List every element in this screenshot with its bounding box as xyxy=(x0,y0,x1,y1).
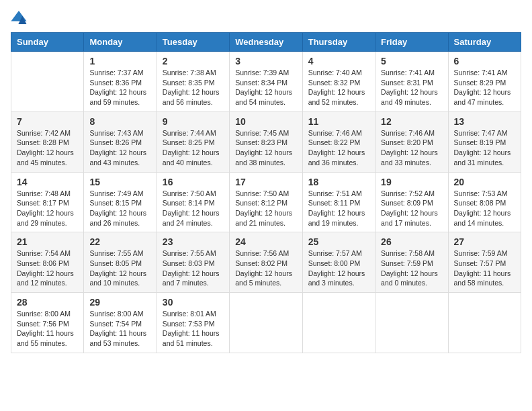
calendar-cell: 12Sunrise: 7:46 AMSunset: 8:20 PMDayligh… xyxy=(375,111,448,172)
day-info: Sunrise: 7:51 AMSunset: 8:11 PMDaylight:… xyxy=(308,189,369,228)
day-number: 5 xyxy=(381,56,442,66)
day-number: 19 xyxy=(381,177,442,187)
calendar-cell: 9Sunrise: 7:44 AMSunset: 8:25 PMDaylight… xyxy=(157,111,229,172)
day-number: 17 xyxy=(235,177,296,187)
calendar-cell: 3Sunrise: 7:39 AMSunset: 8:34 PMDaylight… xyxy=(230,52,302,112)
page-header xyxy=(11,11,521,24)
day-info: Sunrise: 7:54 AMSunset: 8:06 PMDaylight:… xyxy=(17,248,78,288)
day-info: Sunrise: 7:42 AMSunset: 8:28 PMDaylight:… xyxy=(17,128,78,168)
calendar-cell xyxy=(375,293,448,353)
calendar-cell: 29Sunrise: 8:00 AMSunset: 7:54 PMDayligh… xyxy=(84,293,157,353)
calendar-cell: 22Sunrise: 7:55 AMSunset: 8:05 PMDayligh… xyxy=(84,232,157,293)
calendar-cell: 21Sunrise: 7:54 AMSunset: 8:06 PMDayligh… xyxy=(11,232,84,293)
calendar-cell: 15Sunrise: 7:49 AMSunset: 8:15 PMDayligh… xyxy=(84,172,157,232)
calendar-cell xyxy=(230,293,302,353)
day-number: 15 xyxy=(89,177,150,187)
day-number: 12 xyxy=(381,116,442,127)
calendar-cell: 27Sunrise: 7:59 AMSunset: 7:57 PMDayligh… xyxy=(448,232,521,293)
col-header-wednesday: Wednesday xyxy=(230,33,302,52)
day-info: Sunrise: 7:37 AMSunset: 8:36 PMDaylight:… xyxy=(89,68,150,107)
calendar-table: SundayMondayTuesdayWednesdayThursdayFrid… xyxy=(11,32,521,353)
calendar-cell: 17Sunrise: 7:50 AMSunset: 8:12 PMDayligh… xyxy=(230,172,302,232)
calendar-cell: 20Sunrise: 7:53 AMSunset: 8:08 PMDayligh… xyxy=(448,172,521,232)
col-header-monday: Monday xyxy=(84,33,157,52)
logo xyxy=(11,11,30,24)
calendar-week-row: 28Sunrise: 8:00 AMSunset: 7:56 PMDayligh… xyxy=(11,293,521,353)
day-number: 11 xyxy=(308,116,369,127)
calendar-cell: 6Sunrise: 7:41 AMSunset: 8:29 PMDaylight… xyxy=(448,52,521,112)
calendar-cell: 11Sunrise: 7:46 AMSunset: 8:22 PMDayligh… xyxy=(302,111,375,172)
day-number: 20 xyxy=(454,177,515,187)
calendar-cell: 7Sunrise: 7:42 AMSunset: 8:28 PMDaylight… xyxy=(11,111,84,172)
calendar-cell xyxy=(11,52,84,112)
day-info: Sunrise: 7:50 AMSunset: 8:14 PMDaylight:… xyxy=(163,189,224,228)
day-number: 23 xyxy=(163,236,224,247)
calendar-cell: 18Sunrise: 7:51 AMSunset: 8:11 PMDayligh… xyxy=(302,172,375,232)
calendar-cell: 4Sunrise: 7:40 AMSunset: 8:32 PMDaylight… xyxy=(302,52,375,112)
day-info: Sunrise: 8:00 AMSunset: 7:56 PMDaylight:… xyxy=(17,309,78,349)
calendar-cell: 13Sunrise: 7:47 AMSunset: 8:19 PMDayligh… xyxy=(448,111,521,172)
calendar-cell xyxy=(448,293,521,353)
day-number: 27 xyxy=(454,236,515,247)
calendar-cell: 1Sunrise: 7:37 AMSunset: 8:36 PMDaylight… xyxy=(84,52,157,112)
day-number: 13 xyxy=(454,116,515,127)
calendar-cell: 26Sunrise: 7:58 AMSunset: 7:59 PMDayligh… xyxy=(375,232,448,293)
calendar-cell: 8Sunrise: 7:43 AMSunset: 8:26 PMDaylight… xyxy=(84,111,157,172)
calendar-week-row: 21Sunrise: 7:54 AMSunset: 8:06 PMDayligh… xyxy=(11,232,521,293)
col-header-sunday: Sunday xyxy=(11,33,84,52)
day-number: 16 xyxy=(163,177,224,187)
day-info: Sunrise: 7:47 AMSunset: 8:19 PMDaylight:… xyxy=(454,128,515,168)
calendar-week-row: 7Sunrise: 7:42 AMSunset: 8:28 PMDaylight… xyxy=(11,111,521,172)
day-info: Sunrise: 7:41 AMSunset: 8:31 PMDaylight:… xyxy=(381,68,442,107)
day-number: 4 xyxy=(308,56,369,66)
logo-icon xyxy=(11,11,27,24)
col-header-thursday: Thursday xyxy=(302,33,375,52)
day-info: Sunrise: 7:49 AMSunset: 8:15 PMDaylight:… xyxy=(89,189,150,228)
day-number: 2 xyxy=(163,56,224,66)
day-number: 14 xyxy=(17,177,78,187)
day-info: Sunrise: 7:43 AMSunset: 8:26 PMDaylight:… xyxy=(89,128,150,168)
calendar-header-row: SundayMondayTuesdayWednesdayThursdayFrid… xyxy=(11,33,521,52)
day-number: 7 xyxy=(17,116,78,127)
day-number: 18 xyxy=(308,177,369,187)
day-info: Sunrise: 7:48 AMSunset: 8:17 PMDaylight:… xyxy=(17,189,78,228)
day-number: 29 xyxy=(89,297,150,308)
day-info: Sunrise: 7:52 AMSunset: 8:09 PMDaylight:… xyxy=(381,189,442,228)
day-info: Sunrise: 7:46 AMSunset: 8:20 PMDaylight:… xyxy=(381,128,442,168)
day-info: Sunrise: 7:41 AMSunset: 8:29 PMDaylight:… xyxy=(454,68,515,107)
calendar-cell: 10Sunrise: 7:45 AMSunset: 8:23 PMDayligh… xyxy=(230,111,302,172)
day-info: Sunrise: 8:00 AMSunset: 7:54 PMDaylight:… xyxy=(89,309,150,349)
day-info: Sunrise: 7:57 AMSunset: 8:00 PMDaylight:… xyxy=(308,248,369,288)
day-info: Sunrise: 7:59 AMSunset: 7:57 PMDaylight:… xyxy=(454,248,515,288)
day-number: 22 xyxy=(89,236,150,247)
calendar-cell: 23Sunrise: 7:55 AMSunset: 8:03 PMDayligh… xyxy=(157,232,229,293)
calendar-cell: 16Sunrise: 7:50 AMSunset: 8:14 PMDayligh… xyxy=(157,172,229,232)
day-number: 26 xyxy=(381,236,442,247)
day-info: Sunrise: 7:40 AMSunset: 8:32 PMDaylight:… xyxy=(308,68,369,107)
day-number: 6 xyxy=(454,56,515,66)
day-info: Sunrise: 7:46 AMSunset: 8:22 PMDaylight:… xyxy=(308,128,369,168)
day-number: 28 xyxy=(17,297,78,308)
day-info: Sunrise: 7:56 AMSunset: 8:02 PMDaylight:… xyxy=(235,248,296,288)
col-header-saturday: Saturday xyxy=(448,33,521,52)
day-number: 3 xyxy=(235,56,296,66)
day-number: 30 xyxy=(163,297,224,308)
calendar-week-row: 1Sunrise: 7:37 AMSunset: 8:36 PMDaylight… xyxy=(11,52,521,112)
calendar-cell: 30Sunrise: 8:01 AMSunset: 7:53 PMDayligh… xyxy=(157,293,229,353)
day-info: Sunrise: 7:50 AMSunset: 8:12 PMDaylight:… xyxy=(235,189,296,228)
calendar-week-row: 14Sunrise: 7:48 AMSunset: 8:17 PMDayligh… xyxy=(11,172,521,232)
calendar-cell: 25Sunrise: 7:57 AMSunset: 8:00 PMDayligh… xyxy=(302,232,375,293)
day-number: 10 xyxy=(235,116,296,127)
day-number: 1 xyxy=(89,56,150,66)
calendar-cell: 2Sunrise: 7:38 AMSunset: 8:35 PMDaylight… xyxy=(157,52,229,112)
day-info: Sunrise: 7:55 AMSunset: 8:05 PMDaylight:… xyxy=(89,248,150,288)
day-info: Sunrise: 7:45 AMSunset: 8:23 PMDaylight:… xyxy=(235,128,296,168)
col-header-tuesday: Tuesday xyxy=(157,33,229,52)
calendar-cell: 24Sunrise: 7:56 AMSunset: 8:02 PMDayligh… xyxy=(230,232,302,293)
day-info: Sunrise: 7:53 AMSunset: 8:08 PMDaylight:… xyxy=(454,189,515,228)
col-header-friday: Friday xyxy=(375,33,448,52)
day-info: Sunrise: 7:38 AMSunset: 8:35 PMDaylight:… xyxy=(163,68,224,107)
day-info: Sunrise: 7:58 AMSunset: 7:59 PMDaylight:… xyxy=(381,248,442,288)
day-number: 24 xyxy=(235,236,296,247)
day-number: 9 xyxy=(163,116,224,127)
